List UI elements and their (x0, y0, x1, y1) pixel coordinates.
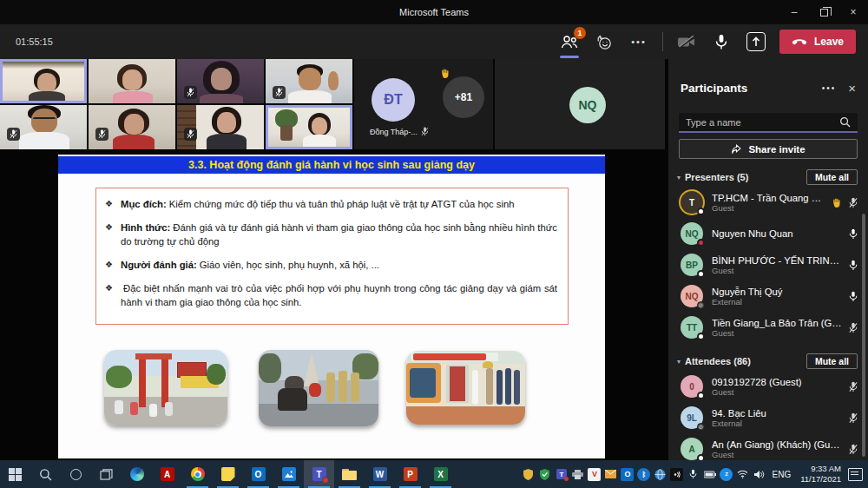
streaming-icon[interactable] (670, 468, 683, 481)
more-options-button[interactable]: ••• (628, 30, 650, 53)
overflow-avatar-tile[interactable]: ĐT +81 Đồng Tháp-... (354, 59, 493, 149)
participants-button[interactable]: 1 (558, 30, 581, 53)
slide-title-banner: 3.3. Hoạt động đánh giá hành vi học sinh… (58, 156, 605, 174)
panel-close-icon[interactable]: × (848, 81, 856, 96)
video-tile-2[interactable] (89, 59, 175, 103)
video-tile-6[interactable] (89, 105, 175, 149)
share-screen-icon (746, 32, 766, 51)
leave-button[interactable]: Leave (779, 30, 856, 54)
taskbar-chrome[interactable] (182, 460, 213, 488)
search-icon (39, 468, 52, 481)
mic-off-icon[interactable] (849, 381, 858, 392)
panel-scrollbar[interactable] (862, 214, 865, 457)
participant-row[interactable]: NQ ⊘ Nguyễn Thị Quý External (668, 280, 868, 312)
volume-icon[interactable] (753, 468, 766, 481)
video-tile-5[interactable] (0, 105, 87, 149)
taskbar-edge[interactable] (122, 460, 152, 488)
task-view-icon (100, 469, 113, 480)
search-input[interactable] (686, 117, 839, 128)
antivirus-check-icon[interactable] (538, 468, 551, 481)
camera-toggle-button[interactable] (675, 30, 698, 53)
taskbar-powerpoint[interactable]: P (395, 460, 425, 488)
mic-on-icon[interactable] (849, 291, 858, 302)
printer-icon[interactable] (571, 468, 584, 481)
language-indicator[interactable]: ENG (769, 470, 793, 479)
mute-all-attendees-button[interactable]: Mute all (806, 353, 858, 369)
taskbar-sticky-notes[interactable] (213, 460, 243, 488)
close-button[interactable]: × (838, 0, 868, 24)
participant-row[interactable]: 9L ⊘ 94. Bạc Liêu External (668, 402, 868, 433)
mic-toggle-button[interactable] (710, 30, 733, 53)
video-tile-7[interactable] (177, 105, 264, 149)
security-shield-icon[interactable] (522, 468, 535, 481)
bullet-text: Hình thức:Đánh giá và tự đánh giá hành v… (121, 221, 557, 248)
edge-icon (130, 467, 144, 481)
task-view-button[interactable] (91, 460, 122, 488)
wifi-icon[interactable] (736, 468, 749, 481)
share-invite-icon (731, 144, 742, 155)
attendees-section-header[interactable]: ▾ Attendees (86) Mute all (677, 352, 858, 371)
bullet-marker: ❖ (105, 221, 115, 248)
windows-logo-icon (9, 468, 22, 481)
start-button[interactable] (0, 460, 30, 488)
mic-on-icon[interactable] (849, 260, 858, 271)
participant-row[interactable]: BP BÌNH PHƯỚC - YẾN TRINH (G... Guest (668, 249, 868, 280)
v-app-icon[interactable]: V (588, 468, 601, 481)
reactions-button[interactable] (593, 30, 615, 53)
participant-row[interactable]: A An (An Giang) (Khách) (Guest) Guest (668, 433, 868, 460)
zalo-icon[interactable]: Z (720, 468, 733, 481)
search-button[interactable] (30, 460, 61, 488)
panel-more-icon[interactable]: ••• (822, 83, 837, 93)
taskbar-outlook[interactable]: O (243, 460, 273, 488)
mic-on-icon[interactable] (849, 228, 858, 240)
mic-tray-icon[interactable] (687, 468, 700, 481)
windows-taskbar: A O T (0, 460, 868, 488)
taskbar-clock[interactable]: 9:33 AM 11/17/2021 (797, 464, 845, 485)
network-globe-icon[interactable] (654, 468, 667, 481)
cortana-button[interactable] (61, 460, 91, 488)
share-invite-button[interactable]: Share invite (679, 139, 858, 159)
taskbar-teams[interactable]: T (304, 460, 334, 488)
slide-photo-strip (58, 350, 605, 432)
mic-off-icon[interactable] (849, 322, 858, 333)
mic-off-icon (421, 127, 429, 136)
taskbar-acrobat[interactable]: A (152, 460, 182, 488)
bluetooth-icon[interactable]: ᛒ (637, 468, 650, 481)
panel-title: Participants (681, 82, 747, 95)
battery-icon[interactable] (703, 468, 716, 481)
teams-tray-icon[interactable]: T (555, 468, 568, 481)
participant-name: Tiền Giang_La Bảo Trân (Guest) (712, 318, 844, 328)
mic-off-icon[interactable] (849, 444, 858, 455)
participant-row[interactable]: NQ Nguyen Nhu Quan (668, 218, 868, 249)
outlook-tray-icon[interactable]: O (621, 468, 634, 481)
minimize-button[interactable]: – (779, 0, 809, 24)
participant-search[interactable] (679, 113, 858, 133)
speaker-tile[interactable]: NQ (495, 59, 665, 149)
mic-icon (715, 34, 727, 50)
taskbar-word[interactable]: W (365, 460, 395, 488)
presenters-section-header[interactable]: ▾ Presenters (5) Mute all (677, 168, 858, 187)
restore-button[interactable] (809, 0, 838, 24)
participant-row[interactable]: TT Tiền Giang_La Bảo Trân (Guest) Guest (668, 312, 868, 343)
mic-off-icon[interactable] (849, 412, 858, 424)
bullet-marker: ❖ (105, 258, 115, 272)
mute-all-presenters-button[interactable]: Mute all (806, 169, 858, 185)
excel-icon: X (434, 467, 448, 481)
taskbar-excel[interactable]: X (425, 460, 456, 488)
participant-row[interactable]: T TP.HCM - Trần Quang Mi... Guest (668, 187, 868, 218)
video-tile-8[interactable] (266, 105, 352, 149)
taskbar-file-explorer[interactable] (334, 460, 365, 488)
video-tile-1[interactable] (0, 59, 87, 103)
mic-off-icon[interactable] (849, 197, 858, 208)
status-badge (697, 239, 705, 247)
mail-icon[interactable] (604, 468, 617, 481)
video-tile-3[interactable] (177, 59, 264, 103)
acrobat-icon: A (161, 467, 174, 481)
participants-badge: 1 (574, 27, 586, 39)
action-center-icon[interactable] (848, 468, 863, 481)
participant-role: Guest (712, 387, 844, 397)
video-tile-4[interactable] (266, 59, 352, 103)
share-screen-button[interactable] (745, 30, 767, 53)
taskbar-photos[interactable] (273, 460, 304, 488)
participant-row[interactable]: 0 0919192728 (Guest) Guest (668, 371, 868, 402)
